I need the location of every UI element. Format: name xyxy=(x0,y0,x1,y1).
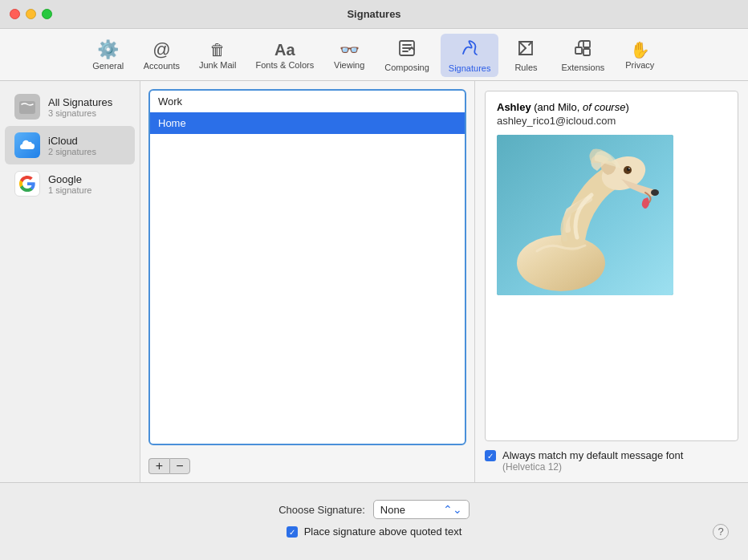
extensions-label: Extensions xyxy=(561,63,604,72)
sidebar-item-google[interactable]: Google 1 signature xyxy=(5,164,135,203)
sig-name-bold: Ashley xyxy=(497,101,531,113)
traffic-lights xyxy=(10,9,52,19)
choose-signature-select[interactable]: None ⌃⌄ xyxy=(373,500,470,519)
signatures-list[interactable]: Work Home xyxy=(148,89,466,445)
toolbar: ⚙️ General @ Accounts 🗑 Junk Mail Aa Fon… xyxy=(0,29,748,81)
fonts-colors-label: Fonts & Colors xyxy=(255,60,314,70)
svg-rect-7 xyxy=(19,101,35,114)
toolbar-accounts[interactable]: @ Accounts xyxy=(136,37,188,75)
svg-rect-5 xyxy=(583,41,590,47)
all-signatures-icon xyxy=(14,94,40,120)
accounts-label: Accounts xyxy=(144,61,180,71)
accounts-icon: @ xyxy=(152,41,170,59)
sidebar: All Signatures 3 signatures iCloud 2 sig… xyxy=(0,81,140,482)
titlebar: Signatures xyxy=(0,0,748,29)
icloud-name: iCloud xyxy=(48,135,96,147)
signatures-label: Signatures xyxy=(449,63,491,73)
rules-label: Rules xyxy=(514,63,537,72)
google-text: Google 1 signature xyxy=(48,173,91,195)
sig-name-close: ) xyxy=(625,101,628,113)
sig-name-italic: of course xyxy=(583,101,625,113)
fonts-colors-icon: Aa xyxy=(274,42,295,58)
junk-mail-icon: 🗑 xyxy=(209,42,226,58)
center-panel: Work Home + − xyxy=(140,81,475,482)
all-signatures-count: 3 signatures xyxy=(48,108,112,118)
sig-buttons: + − xyxy=(140,453,474,482)
place-sig-checkbox[interactable]: ✓ xyxy=(287,526,298,538)
add-signature-button[interactable]: + xyxy=(148,458,169,474)
place-signature-label: Place signature above quoted text xyxy=(304,526,462,538)
select-arrows-icon: ⌃⌄ xyxy=(443,503,462,516)
toolbar-junk-mail[interactable]: 🗑 Junk Mail xyxy=(191,38,244,74)
svg-rect-6 xyxy=(583,49,590,55)
google-name: Google xyxy=(48,173,91,185)
all-signatures-name: All Signatures xyxy=(48,96,112,108)
main-content: All Signatures 3 signatures iCloud 2 sig… xyxy=(0,81,748,554)
choose-signature-label: Choose Signature: xyxy=(278,504,365,516)
viewing-label: Viewing xyxy=(334,60,364,70)
toolbar-extensions[interactable]: Extensions xyxy=(553,34,612,76)
google-count: 1 signature xyxy=(48,185,91,195)
svg-point-10 xyxy=(517,235,605,291)
font-match-label: Always match my default message font xyxy=(502,449,683,461)
extensions-icon xyxy=(573,39,592,60)
toolbar-fonts-colors[interactable]: Aa Fonts & Colors xyxy=(247,38,322,74)
sidebar-item-all-signatures[interactable]: All Signatures 3 signatures xyxy=(5,87,135,126)
bottom-bar: Choose Signature: None ⌃⌄ ✓ Place signat… xyxy=(0,482,748,554)
svg-point-12 xyxy=(651,189,659,196)
maximize-button[interactable] xyxy=(42,9,52,19)
right-panel: Ashley (and Milo, of course) ashley_rico… xyxy=(475,81,748,482)
composing-label: Composing xyxy=(384,63,429,72)
close-button[interactable] xyxy=(10,9,20,19)
signature-name-line: Ashley (and Milo, of course) xyxy=(497,101,726,113)
toolbar-viewing[interactable]: 👓 Viewing xyxy=(325,38,373,74)
font-match-checkbox[interactable]: ✓ xyxy=(485,450,496,461)
viewing-icon: 👓 xyxy=(339,42,360,58)
toolbar-signatures[interactable]: Signatures xyxy=(441,34,499,77)
content-area: All Signatures 3 signatures iCloud 2 sig… xyxy=(0,81,748,482)
font-hint: (Helvetica 12) xyxy=(502,461,738,473)
help-button[interactable]: ? xyxy=(713,524,729,540)
signature-email: ashley_rico1@icloud.com xyxy=(497,115,726,127)
toolbar-composing[interactable]: Composing xyxy=(376,34,437,76)
choose-sig-row: Choose Signature: None ⌃⌄ xyxy=(278,500,470,519)
privacy-label: Privacy xyxy=(625,60,654,70)
svg-point-15 xyxy=(628,168,630,169)
icloud-icon xyxy=(14,132,40,158)
signatures-icon xyxy=(459,38,480,61)
rules-icon xyxy=(516,39,535,60)
icloud-count: 2 signatures xyxy=(48,147,96,156)
privacy-icon: ✋ xyxy=(630,42,650,58)
signature-dog-image xyxy=(497,135,673,295)
toolbar-rules[interactable]: Rules xyxy=(502,34,550,76)
place-sig-row: ✓ Place signature above quoted text ? xyxy=(8,526,740,538)
junk-mail-label: Junk Mail xyxy=(199,60,236,70)
google-icon xyxy=(14,171,40,197)
composing-icon xyxy=(397,39,417,60)
general-icon: ⚙️ xyxy=(97,41,119,59)
sig-name-rest: (and Milo, xyxy=(531,101,583,113)
svg-rect-4 xyxy=(575,47,582,54)
all-signatures-text: All Signatures 3 signatures xyxy=(48,96,112,118)
signature-item-work[interactable]: Work xyxy=(150,91,465,112)
window-title: Signatures xyxy=(347,8,400,20)
general-label: General xyxy=(92,61,124,71)
icloud-text: iCloud 2 signatures xyxy=(48,135,96,156)
font-match-row: ✓ Always match my default message font xyxy=(485,449,738,461)
signature-item-home[interactable]: Home xyxy=(150,112,465,134)
choose-signature-value: None xyxy=(380,504,405,516)
sidebar-item-icloud[interactable]: iCloud 2 signatures xyxy=(5,126,135,164)
minimize-button[interactable] xyxy=(26,9,36,19)
toolbar-privacy[interactable]: ✋ Privacy xyxy=(616,38,664,74)
toolbar-general[interactable]: ⚙️ General xyxy=(84,37,132,75)
remove-signature-button[interactable]: − xyxy=(169,458,190,474)
signature-preview: Ashley (and Milo, of course) ashley_rico… xyxy=(485,91,738,441)
